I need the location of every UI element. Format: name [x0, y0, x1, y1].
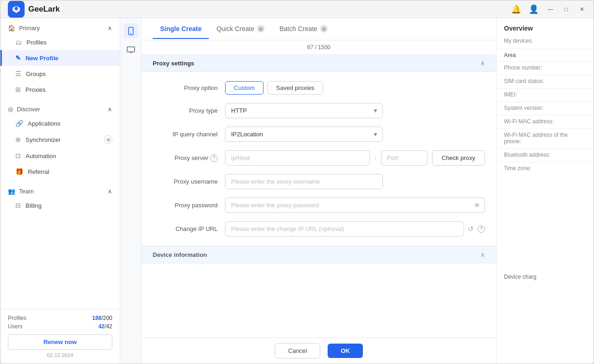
groups-label: Groups	[26, 70, 46, 77]
device-info-header[interactable]: Device information ∧	[142, 246, 496, 263]
window-controls: 🔔 👤 — □ ✕	[511, 4, 586, 14]
renew-now-button[interactable]: Renew now	[8, 334, 112, 350]
overview-bluetooth: Bluetooth address:	[497, 148, 594, 162]
ip-query-select[interactable]: IP2Location IPinfo MaxMind	[225, 127, 383, 142]
proxy-options: Custom Saved proxies	[225, 81, 485, 95]
sidebar-item-applications[interactable]: 🔗 Applications	[0, 115, 120, 131]
profiles-icon: 🗂	[15, 38, 22, 46]
proxy-password-label: Proxy password	[153, 202, 218, 209]
sidebar-item-groups[interactable]: ☰ Groups	[0, 66, 120, 82]
referral-label: Referral	[28, 168, 49, 175]
proxy-password-control: 👁	[225, 198, 485, 213]
icon-strip	[120, 18, 142, 364]
refresh-icon[interactable]: ↺	[468, 225, 474, 233]
sidebar-item-profiles[interactable]: 🗂 Profiles	[0, 34, 120, 50]
overview-title: Overview	[497, 18, 594, 36]
tab-batch-create[interactable]: Batch Create ⊖	[272, 19, 335, 39]
proxy-server-label: Proxy server ?	[153, 154, 218, 162]
check-proxy-button[interactable]: Check proxy	[432, 150, 485, 166]
close-button[interactable]: ✕	[578, 5, 586, 13]
ok-button[interactable]: OK	[328, 344, 363, 358]
device-info-section: Device information ∧	[142, 246, 496, 263]
batch-create-badge: ⊖	[320, 25, 328, 32]
system-label: System version:	[504, 105, 586, 111]
proxy-option-row: Proxy option Custom Saved proxies	[153, 81, 485, 95]
proxy-ip-input[interactable]	[225, 150, 370, 166]
change-ip-info-icon[interactable]: ?	[478, 225, 485, 233]
mobile-view-btn[interactable]	[123, 24, 138, 38]
form-scroll-area: 67 / 1500 Proxy settings ∧ Proxy option …	[142, 40, 496, 338]
sidebar-item-billing[interactable]: ⊟ Billing	[0, 198, 120, 213]
discover-label: Discover	[17, 106, 40, 113]
minimize-button[interactable]: —	[546, 5, 555, 13]
timezone-label: Time zone:	[504, 165, 586, 172]
proxy-settings-section: Proxy settings ∧ Proxy option Custom Sav…	[142, 55, 496, 246]
overview-area: Area	[497, 49, 594, 61]
app-title: GeeLark	[28, 5, 60, 14]
team-icon: 👥	[8, 188, 15, 195]
synchronizer-label: Synchronizer	[26, 136, 61, 143]
proxy-password-input[interactable]	[225, 198, 485, 213]
synchronizer-icon: ⊕	[15, 136, 21, 143]
proxy-type-select[interactable]: HTTP HTTPS SOCKS5	[225, 103, 383, 118]
overview-footer: Device charg	[497, 268, 594, 286]
bluetooth-label: Bluetooth address:	[504, 152, 586, 158]
profile-counter: 67 / 1500	[142, 40, 496, 55]
proxies-icon: ⊞	[15, 86, 21, 93]
desktop-view-btn[interactable]	[123, 42, 138, 57]
proxy-username-input[interactable]	[225, 174, 383, 189]
sidebar-item-proxies[interactable]: ⊞ Proxies	[0, 82, 120, 97]
sidebar-item-synchronizer[interactable]: ⊕ Synchronizer ⊕	[0, 131, 120, 148]
billing-label: Billing	[26, 202, 42, 209]
cancel-button[interactable]: Cancel	[275, 343, 320, 358]
svg-point-1	[130, 33, 131, 34]
team-label: Team	[19, 188, 34, 195]
sidebar-date: 02-12-2024	[8, 352, 112, 358]
chevron-up-icon: ∧	[108, 25, 112, 32]
phone-label: Phone number:	[504, 64, 586, 71]
overview-subtitle: My devices	[497, 36, 594, 49]
discover-group-header[interactable]: ◎ Discover ∧	[0, 101, 120, 115]
overview-panel: Overview My devices Area Phone number: S…	[496, 18, 594, 364]
imei-label: IMEI:	[504, 91, 586, 98]
change-ip-input[interactable]	[225, 221, 464, 236]
overview-wifi-mac-phone: Wi-Fi MAC address of the phone:	[497, 128, 594, 148]
profiles-stat-label: Profiles	[8, 315, 26, 321]
users-stat-label: Users	[8, 323, 22, 330]
sidebar-item-new-profile[interactable]: ✎ New Profile	[0, 50, 120, 66]
home-icon: 🏠	[8, 25, 15, 32]
team-group-header[interactable]: 👥 Team ∧	[0, 183, 120, 198]
proxy-port-input[interactable]	[381, 150, 427, 166]
proxy-type-select-wrapper: HTTP HTTPS SOCKS5 ▼	[225, 103, 383, 118]
primary-group-header[interactable]: 🏠 Primary ∧	[0, 20, 120, 34]
sidebar-item-referral[interactable]: 🎁 Referral	[0, 164, 120, 179]
chevron-up-icon-3: ∧	[108, 188, 112, 195]
password-eye-icon[interactable]: 👁	[474, 202, 480, 209]
proxy-settings-header[interactable]: Proxy settings ∧	[142, 55, 496, 72]
proxy-type-label: Proxy type	[153, 107, 218, 114]
port-separator: :	[374, 154, 376, 161]
custom-option-btn[interactable]: Custom	[225, 81, 264, 95]
proxies-label: Proxies	[26, 86, 45, 93]
tab-bar: Single Create Quick Create ⊖ Batch Creat…	[142, 18, 496, 40]
logo-icon	[8, 1, 25, 18]
maximize-button[interactable]: □	[562, 5, 570, 13]
proxy-type-row: Proxy type HTTP HTTPS SOCKS5 ▼	[153, 103, 485, 118]
sidebar-footer: Profiles 188/200 Users 42/42 Renew now 0…	[0, 309, 120, 364]
discover-icon: ◎	[8, 106, 13, 113]
notification-icon[interactable]: 🔔	[511, 4, 521, 14]
new-profile-icon: ✎	[15, 54, 21, 62]
proxy-username-control	[225, 174, 485, 189]
overview-sim: SIM card status:	[497, 75, 594, 88]
sidebar-item-automation[interactable]: ⊡ Automation	[0, 148, 120, 164]
saved-proxies-option-btn[interactable]: Saved proxies	[267, 81, 323, 95]
proxy-type-control: HTTP HTTPS SOCKS5 ▼	[225, 103, 485, 118]
proxy-server-info-icon[interactable]: ?	[210, 154, 218, 162]
user-icon[interactable]: 👤	[529, 4, 539, 14]
tab-single-create[interactable]: Single Create	[153, 19, 209, 39]
content-area: Single Create Quick Create ⊖ Batch Creat…	[142, 18, 496, 364]
billing-icon: ⊟	[15, 202, 21, 209]
users-stat-value: 42/42	[98, 323, 112, 330]
ip-query-control: IP2Location IPinfo MaxMind ▼	[225, 127, 485, 142]
tab-quick-create[interactable]: Quick Create ⊖	[209, 19, 272, 39]
